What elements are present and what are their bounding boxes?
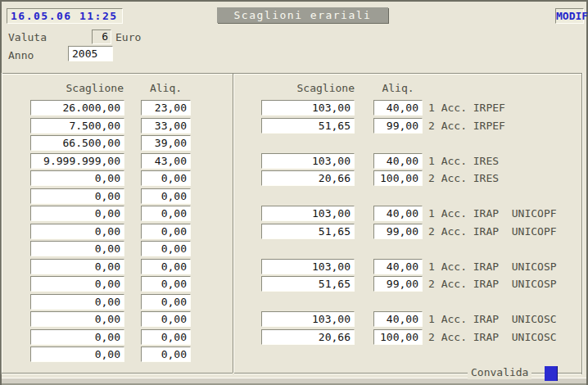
panel-divider-top <box>1 73 583 75</box>
anno-label: Anno <box>8 48 34 62</box>
scaglione-field[interactable]: 103,00 <box>261 311 355 327</box>
scaglione-field[interactable]: 9.999.999,00 <box>30 153 124 169</box>
valuta-label: Valuta <box>8 30 47 44</box>
aliq-field[interactable]: 99,00 <box>373 276 423 292</box>
row-label: 2 Acc. IRPEF <box>428 118 584 134</box>
aliq-field[interactable]: 0,00 <box>141 346 191 362</box>
row-label: 2 Acc. IRES <box>428 170 584 186</box>
row-label: 1 Acc. IRAP UNICOSC <box>428 311 584 327</box>
scaglione-field[interactable]: 0,00 <box>30 311 124 327</box>
aliq-field[interactable]: 39,00 <box>141 135 191 151</box>
scaglione-field[interactable]: 0,00 <box>30 188 124 204</box>
aliq-field[interactable]: 0,00 <box>141 206 191 221</box>
aliq-field[interactable]: 0,00 <box>141 294 191 310</box>
text-cursor <box>545 366 558 381</box>
row-label: 1 Acc. IRPEF <box>428 100 584 116</box>
anno-field[interactable]: 2005 <box>68 46 113 61</box>
aliq-field[interactable]: 43,00 <box>141 153 191 169</box>
scaglione-field[interactable]: 7.500,00 <box>30 118 124 134</box>
scaglione-field[interactable]: 20,66 <box>261 170 355 186</box>
scaglione-field[interactable]: 103,00 <box>261 153 355 169</box>
scaglione-field[interactable]: 66.500,00 <box>30 135 124 151</box>
convalida-button[interactable]: Convalida <box>468 365 531 379</box>
left-aliq-header: Aliq. <box>141 82 191 95</box>
aliq-field[interactable]: 40,00 <box>373 153 423 169</box>
left-scaglione-header: Scaglione <box>30 82 124 95</box>
scaglione-field[interactable]: 20,66 <box>261 329 355 345</box>
datetime-display: 16.05.06 11:25 <box>7 8 123 24</box>
row-label: 2 Acc. IRAP UNICOSC <box>428 329 584 345</box>
right-scaglione-header: Scaglione <box>261 82 355 95</box>
scaglione-field[interactable]: 0,00 <box>30 241 124 256</box>
aliq-field[interactable]: 40,00 <box>373 259 423 274</box>
aliq-field[interactable]: 0,00 <box>141 188 191 204</box>
scaglione-field[interactable]: 0,00 <box>30 329 124 345</box>
aliq-field[interactable]: 0,00 <box>141 276 191 292</box>
row-label: 2 Acc. IRAP UNICOSP <box>428 276 584 292</box>
aliq-field[interactable]: 33,00 <box>141 118 191 134</box>
aliq-field[interactable]: 100,00 <box>373 170 423 186</box>
scaglione-field[interactable]: 0,00 <box>30 346 124 362</box>
valuta-field[interactable]: 6 <box>92 29 111 44</box>
page-title: Scaglioni erariali <box>217 7 388 23</box>
row-label: 1 Acc. IRES <box>428 153 584 169</box>
aliq-field[interactable]: 0,00 <box>141 329 191 345</box>
aliq-field[interactable]: 23,00 <box>141 100 191 116</box>
aliq-field[interactable]: 0,00 <box>141 170 191 186</box>
panel-divider-middle <box>233 74 234 373</box>
aliq-field[interactable]: 0,00 <box>141 259 191 274</box>
right-aliq-header: Aliq. <box>373 82 423 95</box>
scaglione-field[interactable]: 51,65 <box>261 118 355 134</box>
aliq-field[interactable]: 40,00 <box>373 100 423 116</box>
app-window: 16.05.06 11:25 Scaglioni erariali MODIF … <box>0 0 588 385</box>
scaglione-field[interactable]: 103,00 <box>261 259 355 274</box>
scaglione-field[interactable]: 0,00 <box>30 206 124 221</box>
row-label: 2 Acc. IRAP UNICOPF <box>428 224 584 239</box>
scaglione-field[interactable]: 0,00 <box>30 259 124 274</box>
scaglione-field[interactable]: 103,00 <box>261 206 355 221</box>
valuta-unit-label: Euro <box>115 30 141 44</box>
scaglione-field[interactable]: 51,65 <box>261 276 355 292</box>
mode-badge: MODIF <box>555 8 584 24</box>
scaglione-field[interactable]: 0,00 <box>30 276 124 292</box>
panel-divider-bottom-left <box>2 373 233 374</box>
window-border-top <box>0 0 588 2</box>
aliq-field[interactable]: 0,00 <box>141 311 191 327</box>
scaglione-field[interactable]: 51,65 <box>261 224 355 239</box>
scaglione-field[interactable]: 0,00 <box>30 224 124 239</box>
row-label: 1 Acc. IRAP UNICOPF <box>428 206 584 221</box>
panel-border-left <box>1 73 2 374</box>
aliq-field[interactable]: 40,00 <box>373 311 423 327</box>
aliq-field[interactable]: 100,00 <box>373 329 423 345</box>
row-label: 1 Acc. IRAP UNICOSP <box>428 259 584 274</box>
aliq-field[interactable]: 0,00 <box>141 224 191 239</box>
scaglione-field[interactable]: 26.000,00 <box>30 100 124 116</box>
aliq-field[interactable]: 0,00 <box>141 241 191 256</box>
aliq-field[interactable]: 99,00 <box>373 118 423 134</box>
aliq-field[interactable]: 40,00 <box>373 206 423 221</box>
scaglione-field[interactable]: 103,00 <box>261 100 355 116</box>
scaglione-field[interactable]: 0,00 <box>30 294 124 310</box>
aliq-field[interactable]: 99,00 <box>373 224 423 239</box>
scaglione-field[interactable]: 0,00 <box>30 170 124 186</box>
